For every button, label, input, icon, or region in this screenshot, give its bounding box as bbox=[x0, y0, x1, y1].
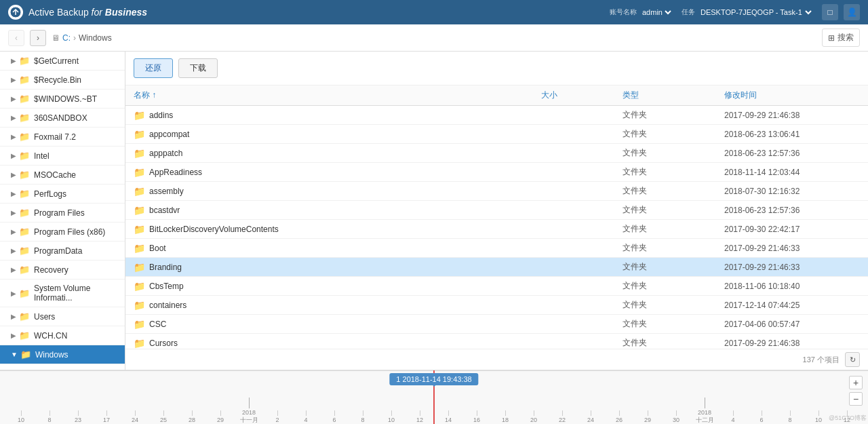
sidebar-item-label: Foxmail 7.2 bbox=[34, 132, 76, 142]
folder-icon: 📁 bbox=[19, 170, 30, 180]
file-name-text: CSC bbox=[149, 320, 166, 329]
folder-icon: 📁 bbox=[19, 208, 30, 218]
filter-control[interactable]: ⊞ 搜索 bbox=[822, 28, 860, 47]
file-type: 文件夹 bbox=[623, 147, 724, 159]
sidebar: ▶ 📁 $GetCurrent ▶ 📁 $Recycle.Bin ▶ 📁 $WI… bbox=[0, 52, 125, 370]
main-layout: ▶ 📁 $GetCurrent ▶ 📁 $Recycle.Bin ▶ 📁 $WI… bbox=[0, 52, 868, 370]
file-type: 文件夹 bbox=[623, 280, 724, 292]
sidebar-item-360sandbox[interactable]: ▶ 📁 360SANDBOX bbox=[0, 109, 125, 128]
folder-icon: 📁 bbox=[20, 349, 31, 360]
col-size-header[interactable]: 大小 bbox=[541, 90, 623, 101]
window-icon-btn[interactable]: □ bbox=[822, 4, 838, 20]
back-button[interactable]: ‹ bbox=[8, 30, 24, 46]
sidebar-item-program-files[interactable]: ▶ 📁 Program Files bbox=[0, 204, 125, 223]
sidebar-item-wch-cn[interactable]: ▶ 📁 WCH.CN bbox=[0, 326, 125, 345]
table-row[interactable]: 📁 BitLockerDiscoveryVolumeContents 文件夹 2… bbox=[125, 220, 868, 239]
sidebar-item--windows--bt[interactable]: ▶ 📁 $WINDOWS.~BT bbox=[0, 90, 125, 109]
col-name-header[interactable]: 名称 ↑ bbox=[134, 90, 541, 101]
file-name: 📁 bcastdvr bbox=[134, 205, 541, 216]
app-header: Active Backup for Business 账号名称 admin 任务… bbox=[0, 0, 868, 24]
table-row[interactable]: 📁 appcompat 文件夹 2018-06-23 13:06:41 bbox=[125, 125, 868, 144]
sidebar-item-label: Users bbox=[34, 312, 55, 322]
file-name: 📁 BitLockerDiscoveryVolumeContents bbox=[134, 224, 541, 235]
table-refresh-btn[interactable]: ↻ bbox=[845, 352, 860, 367]
table-row[interactable]: 📁 assembly 文件夹 2018-07-30 12:16:32 bbox=[125, 182, 868, 201]
arrow-icon: ▶ bbox=[11, 190, 16, 197]
folder-icon: 📁 bbox=[134, 338, 145, 349]
col-date-header[interactable]: 修改时间 bbox=[724, 90, 860, 101]
file-name: 📁 containers bbox=[134, 300, 541, 311]
table-row[interactable]: 📁 apppatch 文件夹 2018-06-23 12:57:36 bbox=[125, 144, 868, 163]
timeline-mark: 20 bbox=[519, 410, 548, 424]
arrow-icon: ▶ bbox=[11, 114, 16, 121]
folder-icon: 📁 bbox=[19, 246, 30, 256]
sidebar-item-label: Windows bbox=[35, 350, 68, 360]
watermark: @51CTO博客 bbox=[829, 414, 867, 423]
table-row[interactable]: 📁 CbsTemp 文件夹 2018-11-06 10:18:40 bbox=[125, 277, 868, 296]
user-select[interactable]: admin bbox=[639, 7, 673, 17]
file-name: 📁 addins bbox=[134, 110, 541, 121]
file-name-text: Cursors bbox=[149, 339, 178, 348]
sidebar-item-recovery[interactable]: ▶ 📁 Recovery bbox=[0, 261, 125, 280]
arrow-icon: ▶ bbox=[11, 171, 16, 178]
sidebar-item-programdata[interactable]: ▶ 📁 ProgramData bbox=[0, 242, 125, 261]
sidebar-item--getcurrent[interactable]: ▶ 📁 $GetCurrent bbox=[0, 52, 125, 71]
timeline-mark: 26 bbox=[605, 410, 633, 424]
sidebar-item-label: ProgramData bbox=[34, 246, 82, 256]
app-title: Active Backup for Business bbox=[28, 7, 147, 18]
file-date: 2018-06-23 13:06:41 bbox=[724, 130, 860, 139]
sidebar-item-windows[interactable]: ▼ 📁 Windows bbox=[0, 345, 125, 364]
sidebar-item-users[interactable]: ▶ 📁 Users bbox=[0, 307, 125, 326]
table-row[interactable]: 📁 Branding 文件夹 2017-09-29 21:46:33 bbox=[125, 258, 868, 277]
folder-icon: 📁 bbox=[134, 300, 145, 311]
timeline-mark: 12 bbox=[406, 410, 434, 424]
task-label: 任务 bbox=[682, 7, 695, 17]
forward-button[interactable]: › bbox=[30, 30, 46, 46]
zoom-out-btn[interactable]: − bbox=[849, 392, 863, 406]
sidebar-item-program-files--x86-[interactable]: ▶ 📁 Program Files (x86) bbox=[0, 223, 125, 242]
zoom-in-btn[interactable]: + bbox=[849, 376, 863, 389]
folder-icon: 📁 bbox=[19, 94, 30, 104]
timeline-mark: 16 bbox=[462, 410, 491, 424]
timeline-mark: 25 bbox=[149, 410, 178, 424]
sidebar-item-perflogs[interactable]: ▶ 📁 PerfLogs bbox=[0, 185, 125, 204]
col-type-header[interactable]: 类型 bbox=[623, 90, 724, 101]
file-date: 2017-04-06 00:57:47 bbox=[724, 320, 860, 329]
file-type: 文件夹 bbox=[623, 204, 724, 216]
table-row[interactable]: 📁 CSC 文件夹 2017-04-06 00:57:47 bbox=[125, 315, 868, 334]
table-row[interactable]: 📁 AppReadiness 文件夹 2018-11-14 12:03:44 bbox=[125, 163, 868, 182]
breadcrumb-current: Windows bbox=[79, 33, 112, 43]
task-select[interactable]: DESKTOP-7JEQOGP - Task-1 bbox=[698, 7, 814, 17]
folder-icon: 📁 bbox=[19, 265, 30, 275]
folder-icon: 📁 bbox=[134, 129, 145, 140]
folder-icon: 📁 bbox=[19, 56, 30, 66]
sidebar-item-intel[interactable]: ▶ 📁 Intel bbox=[0, 147, 125, 166]
download-button[interactable]: 下载 bbox=[178, 58, 218, 78]
arrow-icon: ▼ bbox=[11, 351, 18, 358]
arrow-icon: ▶ bbox=[11, 57, 16, 64]
restore-button[interactable]: 还原 bbox=[134, 58, 173, 78]
table-row[interactable]: 📁 addins 文件夹 2017-09-29 21:46:38 bbox=[125, 106, 868, 125]
sidebar-item--recycle-bin[interactable]: ▶ 📁 $Recycle.Bin bbox=[0, 71, 125, 90]
sidebar-item-foxmail-7-2[interactable]: ▶ 📁 Foxmail 7.2 bbox=[0, 128, 125, 147]
sidebar-item-windows10upgrade[interactable]: ▶ 📁 Windows10Upgrade bbox=[0, 364, 125, 370]
timeline-mark: 6 bbox=[747, 410, 776, 424]
file-name: 📁 appcompat bbox=[134, 129, 541, 140]
folder-icon: 📁 bbox=[19, 132, 30, 142]
sidebar-item-system-volume-informati---[interactable]: ▶ 📁 System Volume Informati... bbox=[0, 280, 125, 307]
folder-icon: 📁 bbox=[19, 227, 30, 237]
user-icon-btn[interactable]: 👤 bbox=[844, 4, 860, 20]
table-row[interactable]: 📁 Boot 文件夹 2017-09-29 21:46:33 bbox=[125, 239, 868, 258]
file-date: 2018-06-23 12:57:36 bbox=[724, 206, 860, 215]
table-row[interactable]: 📁 Cursors 文件夹 2017-09-29 21:46:38 bbox=[125, 334, 868, 349]
file-name-text: assembly bbox=[149, 187, 184, 196]
sidebar-item-msocache[interactable]: ▶ 📁 MSOCache bbox=[0, 166, 125, 185]
folder-icon: 📁 bbox=[19, 113, 30, 123]
sidebar-item-label: $GetCurrent bbox=[34, 56, 79, 66]
sidebar-item-label: System Volume Informati... bbox=[34, 284, 119, 303]
breadcrumb-root[interactable]: C: bbox=[62, 33, 71, 43]
table-row[interactable]: 📁 containers 文件夹 2017-12-14 07:44:25 bbox=[125, 296, 868, 315]
table-row[interactable]: 📁 bcastdvr 文件夹 2018-06-23 12:57:36 bbox=[125, 201, 868, 220]
file-name-text: Boot bbox=[149, 244, 166, 253]
timeline-mark: 14 bbox=[434, 410, 462, 424]
